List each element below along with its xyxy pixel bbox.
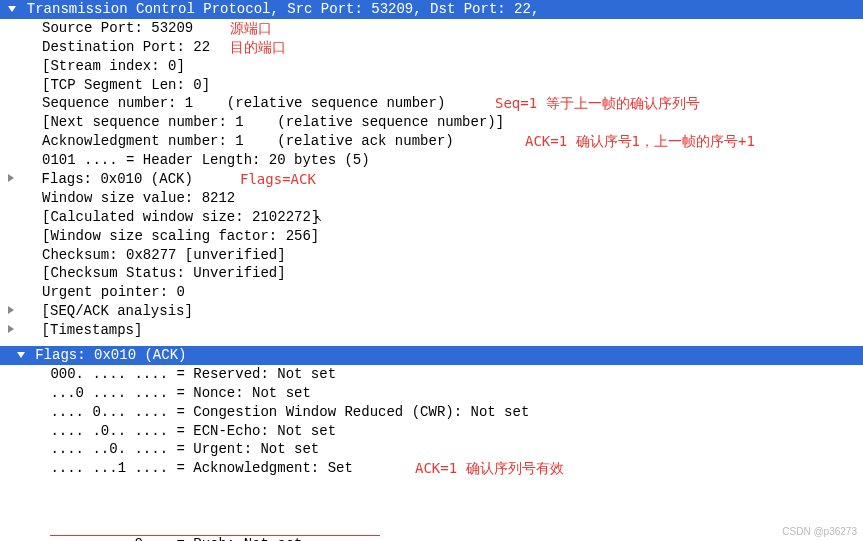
- flag-push-row[interactable]: .... .... 0... = Push: Not set: [0, 535, 863, 541]
- tcp-header-row[interactable]: Transmission Control Protocol, Src Port:…: [0, 0, 863, 19]
- seq-ack-analysis-text: [SEQ/ACK analysis]: [16, 303, 192, 319]
- flag-reserved-row[interactable]: 000. .... .... = Reserved: Not set: [0, 365, 863, 384]
- flags-detail-header-text: Flags: 0x010 (ACK): [35, 347, 186, 363]
- flag-ack-text: .... ...1 .... = Acknowledgment: Set: [17, 460, 353, 476]
- flags-row[interactable]: Flags: 0x010 (ACK)Flags=ACK: [0, 170, 863, 189]
- dest-port-text: Destination Port: 22: [17, 39, 210, 55]
- ack-number-text: Acknowledgment number: 1 (relative ack n…: [17, 133, 454, 149]
- stream-index-text: [Stream index: 0]: [17, 58, 185, 74]
- window-size-row[interactable]: Window size value: 8212: [0, 189, 863, 208]
- urgent-pointer-text: Urgent pointer: 0: [17, 284, 185, 300]
- ann-ack: ACK=1 确认序号1，上一帧的序号+1: [525, 132, 755, 151]
- urgent-pointer-row[interactable]: Urgent pointer: 0: [0, 283, 863, 302]
- sequence-text: Sequence number: 1 (relative sequence nu…: [17, 95, 445, 111]
- scale-factor-row[interactable]: [Window size scaling factor: 256]: [0, 227, 863, 246]
- stream-index-row[interactable]: [Stream index: 0]: [0, 57, 863, 76]
- header-len-row[interactable]: 0101 .... = Header Length: 20 bytes (5): [0, 151, 863, 170]
- mouse-cursor-icon: ↖: [315, 210, 322, 226]
- expand-right-icon: [8, 325, 14, 333]
- checksum-row[interactable]: Checksum: 0x8277 [unverified]: [0, 246, 863, 265]
- flag-ecn-row[interactable]: .... .0.. .... = ECN-Echo: Not set: [0, 422, 863, 441]
- source-port-row[interactable]: Source Port: 53209源端口: [0, 19, 863, 38]
- flag-nonce-text: ...0 .... .... = Nonce: Not set: [17, 385, 311, 401]
- sequence-row[interactable]: Sequence number: 1 (relative sequence nu…: [0, 94, 863, 113]
- expand-right-icon: [8, 306, 14, 314]
- flag-urgent-row[interactable]: .... ..0. .... = Urgent: Not set: [0, 440, 863, 459]
- flag-nonce-row[interactable]: ...0 .... .... = Nonce: Not set: [0, 384, 863, 403]
- flag-cwr-row[interactable]: .... 0... .... = Congestion Window Reduc…: [0, 403, 863, 422]
- flag-ecn-text: .... .0.. .... = ECN-Echo: Not set: [17, 423, 336, 439]
- ann-dest-port: 目的端口: [230, 38, 286, 57]
- dest-port-row[interactable]: Destination Port: 22目的端口: [0, 38, 863, 57]
- source-port-text: Source Port: 53209: [17, 20, 193, 36]
- flag-cwr-text: .... 0... .... = Congestion Window Reduc…: [17, 404, 529, 420]
- timestamps-text: [Timestamps]: [16, 322, 142, 338]
- ack-number-row[interactable]: Acknowledgment number: 1 (relative ack n…: [0, 132, 863, 151]
- timestamps-row[interactable]: [Timestamps]: [0, 321, 863, 340]
- flag-urgent-text: .... ..0. .... = Urgent: Not set: [17, 441, 319, 457]
- flag-ack-row[interactable]: .... ...1 .... = Acknowledgment: Set ACK…: [0, 459, 863, 535]
- flags-detail-header-row[interactable]: Flags: 0x010 (ACK): [0, 346, 863, 365]
- ann-ack-valid: ACK=1 确认序列号有效: [415, 459, 564, 478]
- ann-flags: Flags=ACK: [240, 170, 316, 189]
- checksum-status-row[interactable]: [Checksum Status: Unverified]: [0, 264, 863, 283]
- calc-window-row[interactable]: [Calculated window size: 2102272↖]: [0, 208, 863, 227]
- seq-ack-analysis-row[interactable]: [SEQ/ACK analysis]: [0, 302, 863, 321]
- checksum-text: Checksum: 0x8277 [unverified]: [17, 247, 286, 263]
- flags-text: Flags: 0x010 (ACK): [16, 171, 192, 187]
- segment-len-row[interactable]: [TCP Segment Len: 0]: [0, 76, 863, 95]
- expand-icon: [17, 352, 25, 358]
- segment-len-text: [TCP Segment Len: 0]: [17, 77, 210, 93]
- next-sequence-text: [Next sequence number: 1 (relative seque…: [17, 114, 504, 130]
- next-sequence-row[interactable]: [Next sequence number: 1 (relative seque…: [0, 113, 863, 132]
- flag-push-text: .... .... 0... = Push: Not set: [17, 536, 303, 541]
- flag-reserved-text: 000. .... .... = Reserved: Not set: [17, 366, 336, 382]
- calc-window-text: [Calculated window size: 2102272: [17, 209, 311, 225]
- ann-seq: Seq=1 等于上一帧的确认序列号: [495, 94, 700, 113]
- expand-right-icon: [8, 174, 14, 182]
- window-size-text: Window size value: 8212: [17, 190, 235, 206]
- expand-icon: [8, 6, 16, 12]
- ann-source-port: 源端口: [230, 19, 272, 38]
- checksum-status-text: [Checksum Status: Unverified]: [17, 265, 286, 281]
- header-len-text: 0101 .... = Header Length: 20 bytes (5): [17, 152, 370, 168]
- tcp-header-text: Transmission Control Protocol, Src Port:…: [27, 1, 539, 17]
- scale-factor-text: [Window size scaling factor: 256]: [17, 228, 319, 244]
